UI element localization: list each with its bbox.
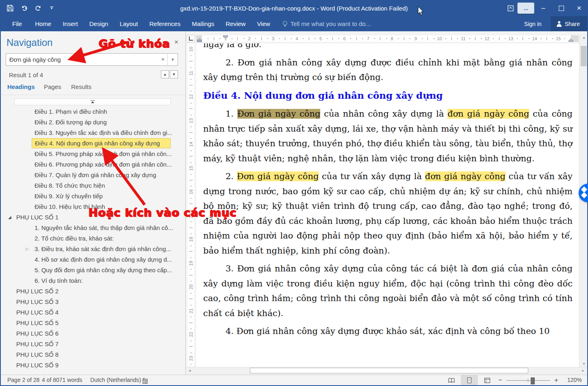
close-button[interactable]: × [570, 0, 588, 16]
search-options-icon[interactable]: ▾ [167, 54, 178, 65]
left-indent-marker[interactable] [197, 41, 202, 42]
scroll-up-icon[interactable]: ▲ [579, 35, 588, 41]
ruler-number: 12 [188, 93, 194, 100]
tab-home[interactable]: Home [29, 16, 57, 31]
print-layout-button[interactable] [461, 375, 478, 386]
ruler-number: 11 [188, 69, 194, 76]
zoom-in-button[interactable]: + [551, 375, 562, 386]
read-mode-icon [448, 377, 455, 384]
next-result-button[interactable]: ▼ [170, 70, 178, 78]
collapse-icon[interactable]: ◢ [8, 212, 11, 223]
nav-heading-item[interactable]: Điều 7. Quản lý đơn giá nhân công xây dự… [0, 170, 180, 180]
tab-file[interactable]: File [5, 16, 29, 31]
tab-headings[interactable]: Headings [7, 83, 35, 90]
horizontal-resize-button[interactable]: ↔ [517, 2, 534, 14]
tab-layout[interactable]: Layout [114, 16, 143, 31]
tab-review[interactable]: Review [220, 16, 251, 31]
nav-heading-item[interactable]: Điều 3. Nguyên tắc xác định và điều chỉn… [0, 128, 180, 138]
ruler-number: 18 [188, 236, 194, 243]
tab-selector[interactable] [187, 35, 195, 42]
previous-result-button[interactable]: ▲ [161, 70, 169, 78]
share-button[interactable]: Share [551, 16, 588, 31]
search-input[interactable] [6, 54, 156, 65]
nav-heading-item[interactable]: 6. Ví dụ tính toán: [0, 275, 180, 286]
sign-in-link[interactable]: Sign in [524, 21, 542, 27]
vertical-ruler[interactable]: 1011121314151617181920212223 [186, 43, 196, 366]
nav-heading-item[interactable]: Điều 2. Đối tượng áp dụng [0, 117, 180, 128]
tab-pages[interactable]: Pages [44, 83, 61, 90]
language-indicator[interactable]: Dutch (Netherlands) [90, 375, 141, 386]
zoom-slider-thumb[interactable] [531, 377, 535, 384]
nav-heading-item[interactable]: 2. Tổ chức điều tra, khảo sát: [0, 233, 180, 244]
document-page[interactable]: ngày là 8 giờ.2. Đơn giá nhân công xây d… [196, 43, 579, 367]
nav-heading-item-selected[interactable]: Điều 4. Nội dung đơn giá nhân công xây d… [32, 138, 171, 148]
horizontal-scrollbar-thumb[interactable] [250, 368, 528, 373]
tab-references[interactable]: References [143, 16, 186, 31]
ruler-number: 22 [188, 331, 194, 338]
vertical-scrollbar-thumb[interactable] [581, 46, 587, 66]
ruler-number: 15 [555, 35, 562, 42]
nav-heading-label: PHỤ LỤC SỐ 7 [16, 340, 59, 347]
ruler-number: 15 [188, 165, 194, 171]
minimize-button[interactable]: – [534, 0, 552, 16]
nav-heading-item[interactable]: PHỤ LỤC SỐ 2 [0, 286, 180, 297]
annotation-click-items: Hoặc kích vào các mục [89, 206, 237, 219]
nav-heading-item[interactable]: PHỤ LỤC SỐ 8 [0, 349, 180, 360]
h-ruler-scale: 123456789101112131415 [196, 35, 579, 43]
ribbon-tab-row: File Home Insert Design Layout Reference… [0, 16, 588, 31]
page-indicator[interactable]: Page 2 of 28 [7, 375, 39, 386]
nav-heading-label: Điều 2. Đối tượng áp dụng [35, 119, 107, 126]
nav-heading-item[interactable]: 1. Nguyên tắc khảo sát, thu thập đơn giá… [0, 223, 180, 233]
nav-heading-label: PHỤ LỤC SỐ 9 [16, 362, 59, 369]
nav-heading-item[interactable]: Điều 1. Phạm vi điều chỉnh [0, 106, 180, 117]
web-layout-button[interactable] [479, 375, 496, 386]
word-count[interactable]: 4 of 8071 words [42, 375, 82, 386]
nav-heading-item[interactable]: PHỤ LỤC SỐ 4 [0, 307, 180, 318]
navigation-close-icon[interactable]: × [174, 38, 178, 46]
nav-heading-item[interactable]: PHỤ LỤC SỐ 9 [0, 360, 180, 371]
nav-heading-item[interactable]: PHỤ LỤC SỐ 7 [0, 339, 180, 349]
maximize-button[interactable] [552, 0, 570, 16]
nav-heading-item[interactable]: Điều 6. Phương pháp xác định đơn giá nhâ… [0, 159, 180, 170]
nav-heading-item[interactable]: PHỤ LỤC SỐ 6 [0, 328, 180, 339]
ribbon-display-options-button[interactable] [503, 0, 517, 16]
scroll-down-icon[interactable]: ▼ [579, 361, 588, 367]
tab-mailings[interactable]: Mailings [186, 16, 220, 31]
scroll-left-icon[interactable]: ◄ [187, 367, 193, 374]
nav-heading-item[interactable]: PHỤ LỤC SỐ 3 [0, 297, 180, 307]
doc-paragraph: ngày là 8 giờ. [203, 43, 573, 52]
proofing-status-icon[interactable] [142, 377, 148, 386]
tab-design[interactable]: Design [84, 16, 114, 31]
search-hit: Đơn giá ngày công [237, 171, 319, 181]
nav-heading-item[interactable]: ▷3. Điều tra, khảo sát xác định đơn giá … [0, 244, 180, 254]
nav-heading-item[interactable]: PHỤ LỤC SỐ 5 [0, 318, 180, 328]
read-mode-button[interactable] [443, 375, 460, 386]
nav-heading-item[interactable]: 5. Quy đổi đơn giá nhân công xây dựng th… [0, 265, 180, 275]
nav-heading-item[interactable]: 4. Hồ sơ xác định đơn giá nhân công xây … [0, 254, 180, 265]
zoom-slider[interactable] [506, 375, 550, 386]
divider [0, 95, 185, 95]
horizontal-scrollbar[interactable]: ◄ ► [186, 367, 588, 374]
ruler-number: 10 [436, 35, 443, 42]
zoom-level[interactable]: 120% [567, 375, 582, 386]
lightbulb-icon [282, 21, 288, 27]
navigation-pane-title: Navigation [7, 37, 52, 48]
tell-me-box[interactable]: Tell me what you want to do... [282, 20, 371, 27]
nav-heading-item[interactable]: Điều 5. Phương pháp xác định đơn giá nhâ… [0, 149, 180, 159]
tab-results[interactable]: Results [71, 83, 91, 90]
ruler-number: 23 [188, 355, 194, 362]
nav-heading-label: 1. Nguyên tắc khảo sát, thu thập đơn giá… [35, 224, 173, 231]
nav-heading-label: 3. Điều tra, khảo sát xác định đơn giá n… [35, 245, 171, 252]
search-clear-icon[interactable]: × [161, 56, 165, 63]
tab-insert[interactable]: Insert [57, 16, 84, 31]
nav-heading-label: 5. Quy đổi đơn giá nhân công xây dựng th… [35, 267, 172, 273]
scroll-right-icon[interactable]: ► [580, 367, 586, 374]
doc-paragraph: 1. Đơn giá ngày công của nhân công xây d… [203, 106, 573, 166]
jump-to-top-bar[interactable] [14, 98, 171, 105]
zoom-out-button[interactable]: − [495, 375, 506, 386]
tab-view[interactable]: View [251, 16, 276, 31]
nav-heading-item[interactable]: Điều 8. Tổ chức thực hiện [0, 180, 180, 191]
horizontal-ruler[interactable]: 123456789101112131415 [196, 35, 579, 43]
nav-heading-item[interactable]: Điều 9. Xử lý chuyển tiếp [0, 191, 180, 202]
expand-icon[interactable]: ▷ [26, 244, 29, 254]
